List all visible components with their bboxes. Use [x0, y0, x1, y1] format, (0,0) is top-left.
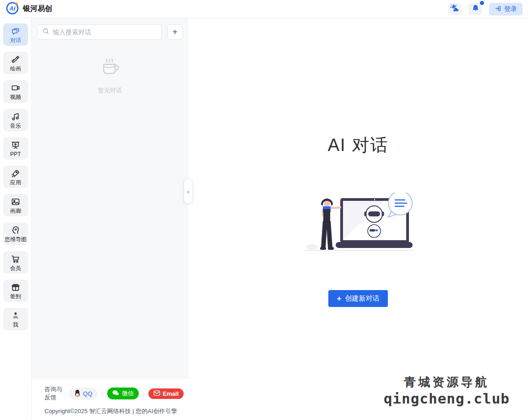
sidebar-item-label: PPT [10, 151, 21, 157]
sidebar-item-me[interactable]: 我 [3, 308, 28, 330]
search-box [37, 24, 162, 40]
sidebar-item-label: 会员 [10, 265, 21, 271]
sidebar-item-apps[interactable]: 应用 [3, 166, 28, 188]
login-arrow-icon [495, 5, 501, 13]
sidebar-item-checkin[interactable]: 签到 [3, 280, 28, 302]
left-nav: 对话 绘画 视频 [0, 18, 32, 420]
chevron-left-icon: ‹ [187, 188, 190, 195]
sidebar-item-gallery[interactable]: 画廊 [3, 194, 28, 216]
create-new-chat-label: 创建新对话 [345, 294, 379, 303]
create-new-chat-button[interactable]: + 创建新对话 [328, 290, 388, 307]
new-chat-plus-button[interactable]: + [167, 24, 183, 40]
email-button[interactable]: Email [148, 388, 184, 399]
panel-footer: 咨询与反馈 QQ [32, 378, 188, 420]
feedback-row: 咨询与反馈 QQ [44, 385, 184, 402]
sidebar-item-ppt[interactable]: PPT [3, 137, 28, 160]
app-header: Ai 银河易创 [0, 0, 528, 18]
email-label: Email [163, 390, 179, 397]
theme-weather-button[interactable] [448, 3, 462, 15]
wechat-icon [112, 390, 120, 398]
plus-icon: + [172, 27, 178, 38]
panel-collapse-handle[interactable]: ‹ [184, 179, 192, 204]
rocket-icon [11, 168, 21, 178]
music-notes-icon [11, 112, 21, 122]
coffee-cup-icon [99, 57, 120, 81]
watermark-line2: qingcheng.club [384, 390, 510, 407]
sidebar-item-label: 对话 [10, 38, 21, 43]
sidebar-item-label: 画廊 [10, 208, 21, 214]
sidebar-item-label: 思维导图 [5, 237, 27, 242]
qq-button[interactable]: QQ [69, 388, 97, 400]
head-brain-icon [11, 225, 21, 235]
sun-cloud-icon [450, 4, 459, 14]
header-actions: 登录 [448, 3, 523, 16]
sidebar-item-label: 视频 [10, 94, 21, 100]
search-row: + [37, 24, 183, 40]
sidebar-item-paint[interactable]: 绘画 [3, 52, 28, 74]
video-camera-icon [11, 83, 21, 93]
empty-state-text: 暂无对话 [98, 86, 122, 95]
sidebar-item-label: 签到 [10, 294, 21, 300]
chat-bubbles-icon [11, 26, 21, 36]
notification-badge-dot [480, 1, 484, 5]
person-icon [11, 311, 21, 321]
feedback-label: 咨询与反馈 [44, 385, 65, 402]
paint-pen-icon [11, 54, 21, 65]
layout: 对话 绘画 视频 [0, 18, 528, 420]
ai-chat-illustration [301, 193, 415, 256]
svg-text:Ai: Ai [9, 5, 16, 11]
notifications-button[interactable] [468, 3, 482, 15]
sidebar-item-music[interactable]: 音乐 [3, 109, 28, 131]
search-icon [42, 27, 49, 37]
brand: Ai 银河易创 [5, 1, 52, 17]
plus-icon: + [337, 295, 342, 302]
login-button[interactable]: 登录 [489, 3, 523, 16]
wechat-label: 微信 [122, 389, 134, 398]
watermark-line1: 青城资源导航 [384, 374, 510, 390]
sidebar-item-label: 绘画 [10, 66, 21, 72]
qq-penguin-icon [74, 389, 81, 398]
envelope-icon [153, 390, 160, 397]
chat-panel-column: + 暂无对话 ‹ 咨询与反馈 [32, 18, 188, 420]
brand-name: 银河易创 [23, 4, 52, 14]
main-content: AI 对话 [188, 18, 528, 420]
sidebar-item-membership[interactable]: 会员 [3, 251, 28, 274]
chat-list-panel: + 暂无对话 [32, 18, 188, 378]
sidebar-item-label: 我 [13, 322, 18, 328]
empty-state: 暂无对话 [37, 57, 183, 95]
shopping-cart-icon [11, 254, 21, 264]
login-label: 登录 [504, 5, 517, 13]
copyright-text: Copyright©2025 智汇云网络科技 | 您的AI创作引擎 [44, 407, 184, 415]
presentation-board-icon [11, 140, 21, 150]
sidebar-item-label: 应用 [10, 180, 21, 186]
separator: | [143, 390, 144, 397]
bell-icon [472, 4, 479, 14]
sidebar-item-label: 音乐 [10, 123, 21, 129]
sidebar-item-video[interactable]: 视频 [3, 80, 28, 102]
page-title: AI 对话 [328, 134, 388, 157]
separator: | [102, 390, 103, 397]
picture-icon [11, 197, 21, 207]
gift-box-icon [11, 282, 21, 292]
app-logo-icon: Ai [5, 1, 19, 17]
sidebar-item-chat[interactable]: 对话 [3, 23, 28, 46]
qq-label: QQ [83, 390, 92, 397]
sidebar-item-mindmap[interactable]: 思维导图 [3, 222, 28, 245]
search-input[interactable] [53, 28, 157, 36]
watermark: 青城资源导航 qingcheng.club [384, 374, 510, 407]
wechat-button[interactable]: 微信 [107, 388, 139, 399]
